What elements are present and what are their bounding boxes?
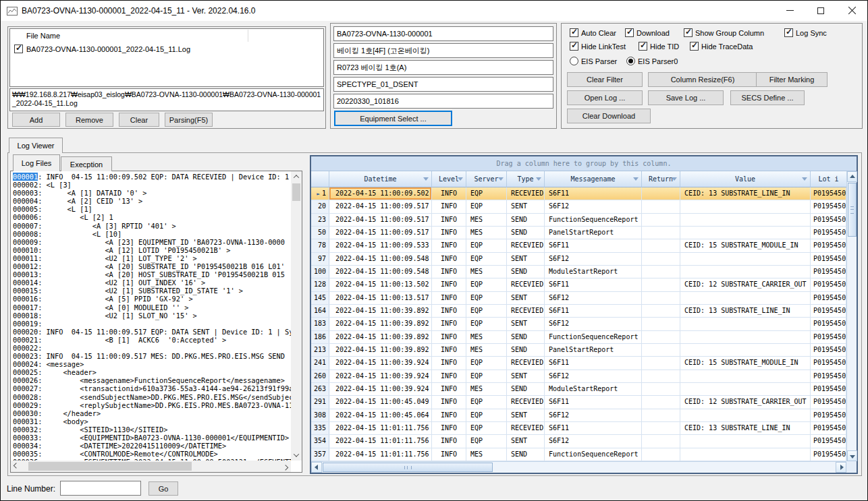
- column-header-value[interactable]: Value: [680, 171, 811, 187]
- filter-icon[interactable]: [536, 177, 541, 181]
- equipment-alias-field[interactable]: R0723 베이킹 1호(A): [333, 60, 553, 75]
- column-header-type[interactable]: Type: [507, 171, 545, 187]
- scroll-left-button[interactable]: [311, 462, 322, 473]
- scrollbar-thumb[interactable]: [28, 462, 192, 471]
- scroll-up-button[interactable]: [847, 171, 857, 182]
- maximize-button[interactable]: [805, 1, 836, 20]
- table-row[interactable]: ►335 2022-04-15 11:01:11.756 INFO EQP RE…: [311, 422, 846, 435]
- table-row[interactable]: ►186 2022-04-15 11:00:39.892 INFO MES SE…: [311, 331, 846, 344]
- table-row[interactable]: ►357 2022-04-15 11:01:11.756 INFO MES SE…: [311, 448, 846, 461]
- file-list[interactable]: File Name BA0723-OVNA-1130-000001_2022-0…: [9, 28, 324, 87]
- cell-type: RECEVIED: [507, 396, 545, 408]
- column-header-return[interactable]: Return: [642, 171, 680, 187]
- scroll-down-button[interactable]: [291, 450, 302, 461]
- clear-filter-button[interactable]: Clear Filter: [567, 72, 643, 87]
- secs-define-button[interactable]: SECS Define ...: [730, 90, 805, 105]
- equipment-name-field[interactable]: 베이킹 1호[4F] (고온베이킹): [333, 43, 553, 58]
- close-button[interactable]: [836, 1, 867, 20]
- cell-server: EQP: [466, 187, 507, 200]
- table-row[interactable]: ►164 2022-04-15 11:00:39.892 INFO EQP RE…: [311, 305, 846, 318]
- scrollbar-thumb[interactable]: [848, 183, 857, 237]
- cell-lot: P0195450: [811, 422, 846, 434]
- equipment-select-button[interactable]: Equipment Select ...: [334, 111, 452, 126]
- filter-marking-button[interactable]: Filter Marking: [756, 72, 828, 87]
- eis-parser0-radio[interactable]: EIS Parser0: [626, 57, 678, 65]
- column-resize-button[interactable]: Column Resize(F6): [648, 72, 757, 87]
- log-text[interactable]: 000001INFO 04-15 11:00:09.502 EQP: DATA …: [11, 171, 291, 461]
- line-text: <L [2] 1: [47, 213, 113, 221]
- parsing-button[interactable]: Parsing(F5): [165, 113, 213, 127]
- table-row[interactable]: ►145 2022-04-15 11:00:13.517 INFO EQP SE…: [311, 292, 846, 305]
- cell-datetime: 2022-04-15 11:00:09.533: [329, 239, 432, 252]
- show-group-column-label: Show Group Column: [695, 29, 764, 37]
- hide-linktest-checkbox[interactable]: Hide LinkTest: [570, 42, 626, 51]
- minimize-button[interactable]: [774, 1, 805, 20]
- scroll-down-button[interactable]: [847, 450, 857, 461]
- hide-tid-checkbox[interactable]: Hide TID: [639, 42, 679, 51]
- scroll-left-button[interactable]: [11, 461, 22, 472]
- scroll-right-button[interactable]: [836, 462, 846, 473]
- tab-exception[interactable]: Execption: [61, 156, 112, 171]
- spec-version-field[interactable]: 20220330_101816: [333, 94, 553, 109]
- add-button[interactable]: Add: [12, 113, 60, 127]
- grid-horizontal-scrollbar[interactable]: [311, 461, 846, 473]
- open-log-button[interactable]: Open Log ...: [567, 90, 643, 105]
- filter-icon[interactable]: [458, 177, 463, 181]
- go-button[interactable]: Go: [148, 481, 178, 496]
- file-list-column-header[interactable]: File Name: [10, 29, 323, 42]
- auto-clear-checkbox[interactable]: Auto Clear: [570, 28, 616, 37]
- log-horizontal-scrollbar[interactable]: [11, 461, 291, 472]
- remove-button[interactable]: Remove: [65, 113, 113, 127]
- table-row[interactable]: ►354 2022-04-15 11:01:11.756 INFO EQP SE…: [311, 435, 846, 448]
- column-header-datetime[interactable]: Datetime: [329, 171, 432, 187]
- clear-button[interactable]: Clear: [119, 113, 159, 127]
- tab-log-files[interactable]: Log Files: [13, 154, 60, 171]
- table-row[interactable]: ►308 2022-04-15 11:00:45.064 INFO EQP SE…: [311, 409, 846, 422]
- scrollbar-thumb[interactable]: [323, 463, 493, 472]
- log-sync-checkbox[interactable]: Log Sync: [784, 28, 827, 37]
- eis-parser-radio[interactable]: EIS Parser: [570, 57, 617, 65]
- filter-icon[interactable]: [498, 177, 504, 181]
- file-checkbox-icon[interactable]: [14, 45, 23, 53]
- table-row[interactable]: ►1 2022-04-15 11:00:09.502 INFO EQP RECE…: [311, 187, 846, 200]
- scrollbar-thumb[interactable]: [292, 183, 300, 201]
- scroll-right-button[interactable]: [280, 461, 291, 472]
- table-row[interactable]: ►128 2022-04-15 11:00:13.502 INFO EQP RE…: [311, 278, 846, 291]
- tab-log-viewer[interactable]: Log Viewer: [9, 138, 63, 153]
- table-row[interactable]: ►78 2022-04-15 11:00:09.533 INFO EQP REC…: [311, 239, 846, 252]
- table-row[interactable]: ►97 2022-04-15 11:00:09.548 INFO EQP SEN…: [311, 253, 846, 266]
- filter-icon[interactable]: [423, 177, 429, 181]
- log-vertical-scrollbar[interactable]: [291, 171, 302, 461]
- table-row[interactable]: ►20 2022-04-15 11:00:09.517 INFO EQP SEN…: [311, 200, 846, 213]
- table-row[interactable]: ►291 2022-04-15 11:00:45.049 INFO EQP RE…: [311, 396, 846, 409]
- spec-type-field[interactable]: SPECTYPE_01_DSENT: [333, 77, 553, 92]
- filter-icon[interactable]: [633, 177, 639, 181]
- table-row[interactable]: ►183 2022-04-15 11:00:39.892 INFO EQP SE…: [311, 318, 846, 330]
- grid-vertical-scrollbar[interactable]: [846, 171, 857, 461]
- column-header-level[interactable]: Level: [432, 171, 466, 187]
- clear-download-button[interactable]: Clear Download: [567, 109, 651, 123]
- table-row[interactable]: ►50 2022-04-15 11:00:09.517 INFO MES SEN…: [311, 227, 846, 239]
- table-row[interactable]: ►260 2022-04-15 11:00:39.924 INFO EQP SE…: [311, 370, 846, 383]
- group-by-band[interactable]: Drag a column here to group by this colu…: [311, 156, 857, 171]
- filter-icon[interactable]: [672, 177, 677, 181]
- file-path-box[interactable]: ₩₩192.168.8.217₩eisap03_eislog₩BA0723-OV…: [9, 88, 324, 111]
- table-row[interactable]: ►213 2022-04-15 11:00:39.892 INFO MES SE…: [311, 344, 846, 357]
- file-list-item[interactable]: BA0723-OVNA-1130-000001_2022-04-15_11.Lo…: [10, 43, 323, 55]
- line-number-input[interactable]: [60, 481, 141, 496]
- table-row[interactable]: ►263 2022-04-15 11:00:39.924 INFO MES SE…: [311, 383, 846, 396]
- column-header-messagename[interactable]: Messagename: [545, 171, 642, 187]
- column-header-lot[interactable]: Lot i: [811, 171, 846, 187]
- column-header-server[interactable]: Server: [466, 171, 507, 187]
- scroll-up-button[interactable]: [291, 171, 302, 182]
- equipment-id-field[interactable]: BA0723-OVNA-1130-000001: [333, 26, 553, 41]
- table-row[interactable]: ►100 2022-04-15 11:00:09.548 INFO MES SE…: [311, 266, 846, 278]
- filter-icon[interactable]: [802, 177, 807, 181]
- show-group-column-checkbox[interactable]: Show Group Column: [684, 28, 764, 37]
- download-checkbox[interactable]: Download: [625, 28, 670, 37]
- hide-tracedata-checkbox[interactable]: Hide TraceData: [690, 42, 753, 51]
- table-row[interactable]: ►23 2022-04-15 11:00:09.517 INFO MES SEN…: [311, 214, 846, 227]
- table-row[interactable]: ►241 2022-04-15 11:00:39.924 INFO EQP RE…: [311, 357, 846, 370]
- cell-messagename: FunctionSequenceReport: [545, 448, 642, 461]
- save-log-button[interactable]: Save Log ...: [648, 90, 724, 105]
